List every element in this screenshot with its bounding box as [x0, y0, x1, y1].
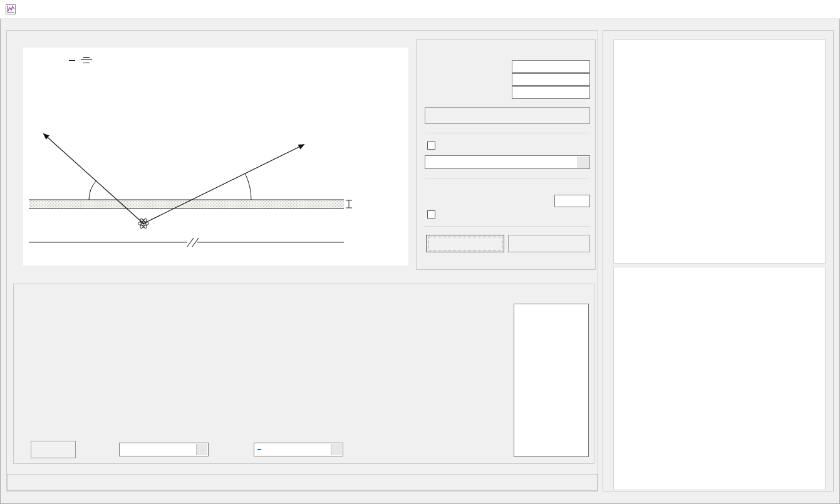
separator [425, 226, 590, 227]
thick-ratio-input[interactable] [512, 73, 590, 86]
model-parameters-group [416, 39, 596, 270]
map-one-dropdown[interactable] [119, 443, 209, 456]
chevron-down-icon [196, 444, 207, 455]
maximize-button[interactable] [782, 0, 811, 18]
title-bar [0, 0, 840, 19]
start-button[interactable] [426, 235, 504, 252]
diagram-drawing [23, 48, 408, 265]
set-layer-material-button[interactable] [425, 107, 590, 124]
auto-set-checkbox[interactable] [427, 210, 435, 219]
map-two-dropdown[interactable] [254, 443, 343, 456]
app-icon [6, 4, 16, 14]
separator [425, 133, 590, 133]
formula-ratio-fraction [81, 56, 92, 64]
chevron-down-icon [578, 157, 589, 168]
atom-icon [138, 218, 149, 229]
thickness-3d-chart [613, 267, 826, 490]
exit-button[interactable] [508, 235, 590, 252]
thickness-histogram-chart [613, 39, 826, 264]
psi2-input[interactable] [512, 60, 590, 73]
surface-3d-plot [614, 267, 826, 491]
chevron-down-icon [331, 444, 342, 455]
results-panel [603, 30, 834, 491]
separator [425, 178, 590, 178]
control-panel [6, 30, 598, 491]
status-bar [7, 474, 598, 491]
map-two-value [257, 449, 261, 450]
toggle-area-button[interactable] [31, 441, 76, 458]
grouped-bins-input[interactable] [554, 195, 590, 207]
material-dropdown[interactable] [425, 155, 590, 169]
material-properties-list[interactable] [514, 304, 589, 457]
attenuation-formula [67, 56, 94, 64]
matrix-element-input[interactable] [512, 86, 590, 99]
histogram-plot [614, 40, 826, 264]
model-diagram [23, 48, 408, 265]
datacube-map-image[interactable] [141, 300, 397, 425]
minimize-button[interactable] [754, 0, 782, 18]
formula-outer-fraction [69, 59, 75, 61]
limit-region-checkbox[interactable] [427, 141, 435, 150]
datacube-group [13, 284, 594, 464]
close-button[interactable] [811, 0, 840, 18]
